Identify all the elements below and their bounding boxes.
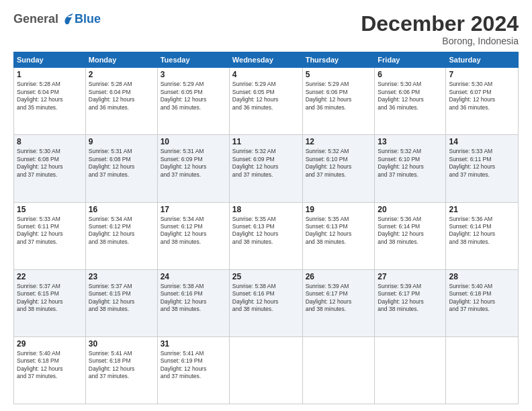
col-sunday: Sunday [14,52,86,68]
day-info: Sunrise: 5:41 AMSunset: 6:19 PMDaylight:… [161,350,226,381]
day-number: 3 [161,70,226,79]
day-info: Sunrise: 5:38 AMSunset: 6:16 PMDaylight:… [232,283,300,314]
day-info: Sunrise: 5:40 AMSunset: 6:18 PMDaylight:… [449,283,515,314]
day-number: 26 [306,272,372,281]
table-row: 9Sunrise: 5:31 AMSunset: 6:08 PMDaylight… [85,135,157,202]
day-info: Sunrise: 5:37 AMSunset: 6:15 PMDaylight:… [89,283,154,314]
table-row: 17Sunrise: 5:34 AMSunset: 6:12 PMDayligh… [157,202,229,269]
table-row: 21Sunrise: 5:36 AMSunset: 6:14 PMDayligh… [446,202,519,269]
day-number: 31 [161,339,226,349]
day-info: Sunrise: 5:30 AMSunset: 6:08 PMDaylight:… [17,148,83,179]
day-number: 2 [89,70,154,79]
table-row [446,336,519,404]
day-number: 22 [17,272,83,281]
table-row: 11Sunrise: 5:32 AMSunset: 6:09 PMDayligh… [229,135,302,202]
day-info: Sunrise: 5:29 AMSunset: 6:06 PMDaylight:… [306,81,372,111]
day-number: 16 [89,205,154,214]
day-info: Sunrise: 5:35 AMSunset: 6:13 PMDaylight:… [232,216,300,246]
table-row: 3Sunrise: 5:29 AMSunset: 6:05 PMDaylight… [157,68,229,135]
day-number: 20 [378,205,443,214]
day-info: Sunrise: 5:32 AMSunset: 6:09 PMDaylight:… [232,148,300,179]
logo-blue: Blue [75,12,101,26]
day-info: Sunrise: 5:31 AMSunset: 6:08 PMDaylight:… [89,148,154,179]
day-number: 15 [17,205,83,214]
day-number: 13 [378,137,443,146]
table-row: 23Sunrise: 5:37 AMSunset: 6:15 PMDayligh… [85,269,157,336]
day-number: 29 [17,339,83,349]
table-row: 13Sunrise: 5:32 AMSunset: 6:10 PMDayligh… [375,135,446,202]
table-row: 30Sunrise: 5:41 AMSunset: 6:18 PMDayligh… [85,336,157,404]
day-info: Sunrise: 5:36 AMSunset: 6:14 PMDaylight:… [449,216,515,246]
table-row: 5Sunrise: 5:29 AMSunset: 6:06 PMDaylight… [302,68,375,135]
day-number: 7 [449,70,515,79]
day-info: Sunrise: 5:35 AMSunset: 6:13 PMDaylight:… [306,216,372,246]
day-number: 27 [378,272,443,281]
table-row: 15Sunrise: 5:33 AMSunset: 6:11 PMDayligh… [14,202,86,269]
table-row: 27Sunrise: 5:39 AMSunset: 6:17 PMDayligh… [375,269,446,336]
table-row [302,336,375,404]
page: General Blue December 2024 Borong, Indon… [0,0,532,411]
title-block: December 2024 Borong, Indonesia [361,12,519,46]
table-row: 8Sunrise: 5:30 AMSunset: 6:08 PMDaylight… [14,135,86,202]
day-number: 4 [232,70,300,79]
calendar-week-row: 15Sunrise: 5:33 AMSunset: 6:11 PMDayligh… [14,202,519,269]
day-info: Sunrise: 5:34 AMSunset: 6:12 PMDaylight:… [89,216,154,246]
table-row: 28Sunrise: 5:40 AMSunset: 6:18 PMDayligh… [446,269,519,336]
table-row: 2Sunrise: 5:28 AMSunset: 6:04 PMDaylight… [85,68,157,135]
day-info: Sunrise: 5:30 AMSunset: 6:06 PMDaylight:… [378,81,443,111]
day-info: Sunrise: 5:34 AMSunset: 6:12 PMDaylight:… [161,216,226,246]
table-row [229,336,302,404]
day-number: 11 [232,137,300,146]
table-row: 1Sunrise: 5:28 AMSunset: 6:04 PMDaylight… [14,68,86,135]
day-info: Sunrise: 5:30 AMSunset: 6:07 PMDaylight:… [449,81,515,111]
logo-general: General [13,12,58,26]
day-number: 25 [232,272,300,281]
day-number: 9 [89,137,154,146]
month-title: December 2024 [361,12,519,36]
day-info: Sunrise: 5:39 AMSunset: 6:17 PMDaylight:… [378,283,443,314]
calendar-week-row: 8Sunrise: 5:30 AMSunset: 6:08 PMDaylight… [14,135,519,202]
table-row: 6Sunrise: 5:30 AMSunset: 6:06 PMDaylight… [375,68,446,135]
logo-text: General Blue [13,12,101,26]
logo-bird-icon [60,13,75,26]
table-row: 26Sunrise: 5:39 AMSunset: 6:17 PMDayligh… [302,269,375,336]
day-number: 5 [306,70,372,79]
header: General Blue December 2024 Borong, Indon… [13,12,519,46]
day-number: 19 [306,205,372,214]
table-row: 4Sunrise: 5:29 AMSunset: 6:05 PMDaylight… [229,68,302,135]
col-saturday: Saturday [446,52,519,68]
day-info: Sunrise: 5:28 AMSunset: 6:04 PMDaylight:… [17,81,83,111]
table-row: 22Sunrise: 5:37 AMSunset: 6:15 PMDayligh… [14,269,86,336]
col-thursday: Thursday [302,52,375,68]
day-number: 21 [449,205,515,214]
table-row: 7Sunrise: 5:30 AMSunset: 6:07 PMDaylight… [446,68,519,135]
table-row: 14Sunrise: 5:33 AMSunset: 6:11 PMDayligh… [446,135,519,202]
day-number: 30 [89,339,154,349]
day-info: Sunrise: 5:37 AMSunset: 6:15 PMDaylight:… [17,283,83,314]
day-number: 8 [17,137,83,146]
day-info: Sunrise: 5:36 AMSunset: 6:14 PMDaylight:… [378,216,443,246]
col-friday: Friday [375,52,446,68]
table-row: 12Sunrise: 5:32 AMSunset: 6:10 PMDayligh… [302,135,375,202]
day-number: 1 [17,70,83,79]
table-row: 16Sunrise: 5:34 AMSunset: 6:12 PMDayligh… [85,202,157,269]
day-number: 24 [161,272,226,281]
table-row: 29Sunrise: 5:40 AMSunset: 6:18 PMDayligh… [14,336,86,404]
col-tuesday: Tuesday [157,52,229,68]
calendar-table: Sunday Monday Tuesday Wednesday Thursday… [13,52,519,404]
table-row: 25Sunrise: 5:38 AMSunset: 6:16 PMDayligh… [229,269,302,336]
day-info: Sunrise: 5:29 AMSunset: 6:05 PMDaylight:… [161,81,226,111]
day-number: 18 [232,205,300,214]
day-info: Sunrise: 5:29 AMSunset: 6:05 PMDaylight:… [232,81,300,111]
day-number: 17 [161,205,226,214]
table-row: 24Sunrise: 5:38 AMSunset: 6:16 PMDayligh… [157,269,229,336]
day-info: Sunrise: 5:41 AMSunset: 6:18 PMDaylight:… [89,350,154,381]
day-info: Sunrise: 5:39 AMSunset: 6:17 PMDaylight:… [306,283,372,314]
day-number: 6 [378,70,443,79]
day-number: 23 [89,272,154,281]
table-row [375,336,446,404]
day-info: Sunrise: 5:31 AMSunset: 6:09 PMDaylight:… [161,148,226,179]
calendar-week-row: 22Sunrise: 5:37 AMSunset: 6:15 PMDayligh… [14,269,519,336]
table-row: 20Sunrise: 5:36 AMSunset: 6:14 PMDayligh… [375,202,446,269]
table-row: 31Sunrise: 5:41 AMSunset: 6:19 PMDayligh… [157,336,229,404]
